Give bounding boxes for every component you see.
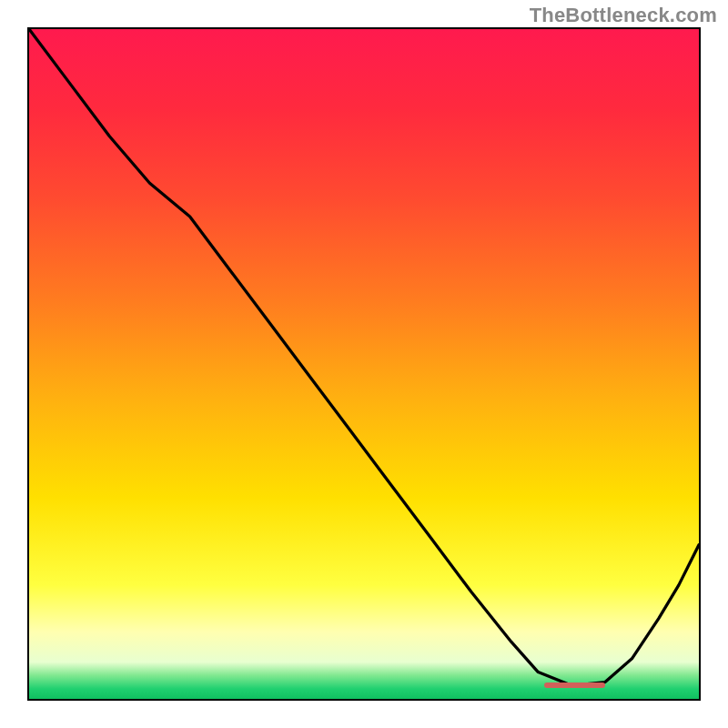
- watermark-text: TheBottleneck.com: [530, 4, 717, 27]
- chart-stage: TheBottleneck.com: [0, 0, 728, 728]
- valley-marker: [544, 682, 605, 688]
- plot-frame: [27, 27, 701, 701]
- line-plot: [29, 29, 699, 699]
- bottleneck-curve: [29, 29, 699, 685]
